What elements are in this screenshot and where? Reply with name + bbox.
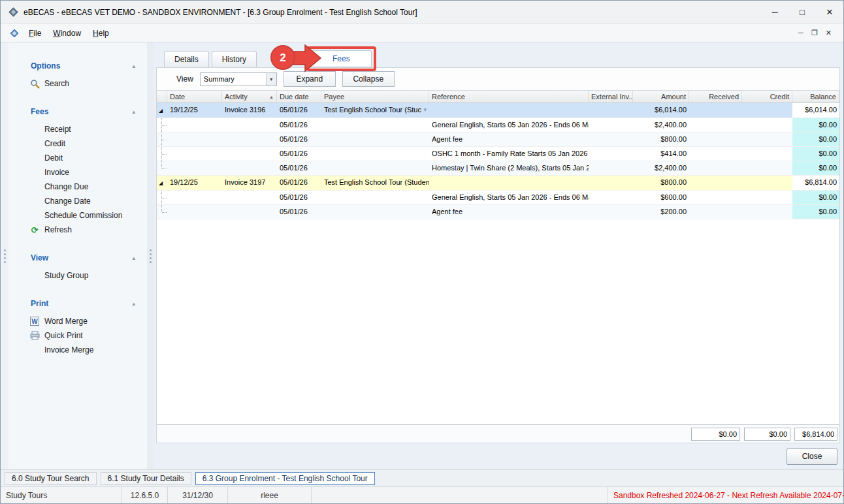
cell-reference: Homestay | Twin Share (2 Meals), Starts … [429, 161, 589, 175]
view-label: View [176, 74, 193, 84]
cell-received [689, 147, 742, 161]
section-header-options[interactable]: Options ▴ [8, 58, 147, 74]
column-header-payee[interactable]: Payee [321, 91, 429, 102]
status-version: 12.6.5.0 [122, 487, 168, 503]
sidebar-item-credit[interactable]: Credit [8, 136, 147, 151]
column-header-received[interactable]: Received [689, 91, 742, 102]
left-collapse-strip[interactable] [1, 42, 8, 469]
chevron-down-icon[interactable]: ▾ [266, 73, 276, 86]
section-header-fees[interactable]: Fees ▴ [8, 104, 147, 119]
column-header-balance[interactable]: Balance [792, 91, 839, 102]
cell-reference: Agent fee [429, 205, 589, 219]
blank-icon [29, 138, 40, 149]
section-header-print[interactable]: Print ▴ [8, 296, 147, 311]
doc-tab-group-enrolment[interactable]: 6.3 Group Enrolment - Test English Schoo… [195, 472, 375, 485]
cell-date [167, 118, 222, 132]
cell-balance: $0.00 [792, 118, 839, 132]
collapse-arrow-icon[interactable]: ▴ [132, 300, 135, 307]
column-header-external-invoice[interactable]: External Inv... [589, 91, 633, 102]
section-header-view[interactable]: View ▴ [8, 250, 147, 266]
blank-icon [29, 210, 40, 221]
column-header-amount[interactable]: Amount [633, 91, 689, 102]
tree-indent [157, 147, 167, 161]
row-expander[interactable]: ◢ [157, 103, 167, 118]
splitter-grip-icon[interactable] [4, 249, 6, 263]
mdi-restore-icon[interactable]: ❐ [811, 29, 818, 37]
doc-tab-study-tour-search[interactable]: 6.0 Study Tour Search [5, 472, 97, 485]
sidebar-item-schedule-commission[interactable]: Schedule Commission [8, 208, 147, 223]
column-header-credit[interactable]: Credit [742, 91, 792, 102]
close-button[interactable]: Close [787, 449, 837, 465]
cell-due-date: 05/01/26 [277, 103, 321, 118]
sidebar-item-change-date[interactable]: Change Date [8, 194, 147, 208]
row-expander[interactable]: ◢ [157, 176, 167, 190]
column-header-date[interactable]: Date [167, 91, 222, 102]
grid-summary-footer: $0.00 $0.00 $6,814.00 [157, 424, 839, 443]
table-row[interactable]: 05/01/26 Agent fee $800.00 $0.00 [157, 133, 839, 147]
sidebar-item-label: Quick Print [44, 331, 83, 340]
document-tabbar: 6.0 Study Tour Search 6.1 Study Tour Det… [1, 469, 843, 486]
payee-dropdown-icon[interactable]: ▾ [423, 105, 427, 115]
sidebar-item-label: Schedule Commission [44, 211, 122, 220]
minimize-icon[interactable]: ─ [761, 1, 788, 24]
sidebar-item-invoice[interactable]: Invoice [8, 165, 147, 180]
ebecas-logo-icon [10, 29, 19, 38]
menu-file[interactable]: File [23, 26, 47, 40]
menu-window[interactable]: Window [47, 26, 87, 40]
menu-help[interactable]: Help [87, 26, 115, 40]
mdi-close-icon[interactable]: ✕ [826, 29, 832, 37]
view-select[interactable]: Summary ▾ [200, 72, 277, 86]
splitter-grip-icon[interactable] [150, 249, 152, 263]
doc-tab-study-tour-details[interactable]: 6.1 Study Tour Details [101, 472, 191, 485]
tree-line [162, 168, 167, 169]
table-row[interactable]: ◢ 19/12/25 Invoice 3196 05/01/26 ▾Test E… [157, 103, 839, 118]
collapse-arrow-icon[interactable]: ▴ [132, 255, 135, 261]
cell-received [689, 205, 742, 219]
cell-amount: $2,400.00 [633, 118, 689, 132]
sidebar-item-label: Change Date [44, 197, 91, 206]
sidebar-item-debit[interactable]: Debit [8, 151, 147, 165]
cell-balance: $0.00 [792, 161, 839, 175]
table-row[interactable]: 05/01/26 OSHC 1 month - Family Rate Star… [157, 147, 839, 161]
cell-activity [222, 191, 277, 204]
table-row[interactable]: ◢ 19/12/25 Invoice 3197 05/01/26 Test En… [157, 176, 839, 191]
blank-icon [29, 196, 40, 206]
table-row[interactable]: 05/01/26 Homestay | Twin Share (2 Meals)… [157, 161, 839, 176]
table-row[interactable]: 05/01/26 General English, Starts 05 Jan … [157, 191, 839, 205]
table-row[interactable]: 05/01/26 General English, Starts 05 Jan … [157, 118, 839, 133]
sidebar-item-refresh[interactable]: ⟳Refresh [8, 223, 147, 237]
mdi-minimize-icon[interactable]: ─ [798, 29, 803, 37]
maximize-icon[interactable]: □ [788, 1, 816, 24]
cell-payee: Test English School Tour (Student [321, 176, 429, 190]
sidebar-splitter[interactable] [147, 42, 154, 469]
section-title: Options [31, 61, 60, 71]
collapse-arrow-icon[interactable]: ▴ [132, 63, 135, 69]
table-row[interactable]: 05/01/26 Agent fee $200.00 $0.00 [157, 205, 839, 219]
sidebar-item-receipt[interactable]: Receipt [8, 122, 147, 136]
cell-reference: General English, Starts 05 Jan 2026 - En… [429, 191, 589, 204]
sidebar-item-label: Receipt [44, 125, 71, 134]
close-icon[interactable]: ✕ [816, 1, 843, 24]
tab-fees[interactable]: Fees [311, 50, 372, 67]
sidebar-section-view: View ▴ Study Group [8, 250, 147, 283]
column-header-reference[interactable]: Reference [429, 91, 589, 102]
expand-button[interactable]: Expand [284, 71, 336, 87]
cell-reference: General English, Starts 05 Jan 2026 - En… [429, 118, 589, 132]
blank-icon [29, 345, 40, 355]
tab-history[interactable]: History [212, 51, 257, 67]
sidebar-item-quick-print[interactable]: Quick Print [8, 328, 147, 343]
sidebar-item-invoice-merge[interactable]: Invoice Merge [8, 343, 147, 357]
column-header-due-date[interactable]: Due date [277, 91, 321, 102]
sidebar-item-search[interactable]: Search [8, 76, 147, 91]
cell-external-invoice [589, 161, 633, 175]
column-header-activity[interactable]: Activity▲ [222, 91, 277, 102]
collapse-button[interactable]: Collapse [342, 71, 395, 87]
sidebar-item-study-group[interactable]: Study Group [8, 268, 147, 283]
sidebar-item-label: Study Group [44, 271, 88, 280]
sidebar-item-change-due[interactable]: Change Due [8, 180, 147, 194]
cell-external-invoice [589, 176, 633, 190]
fees-toolbar: View Summary ▾ Expand Collapse [157, 68, 839, 90]
tab-details[interactable]: Details [164, 51, 209, 67]
collapse-arrow-icon[interactable]: ▴ [132, 108, 135, 115]
sidebar-item-word-merge[interactable]: WWord Merge [8, 314, 147, 328]
